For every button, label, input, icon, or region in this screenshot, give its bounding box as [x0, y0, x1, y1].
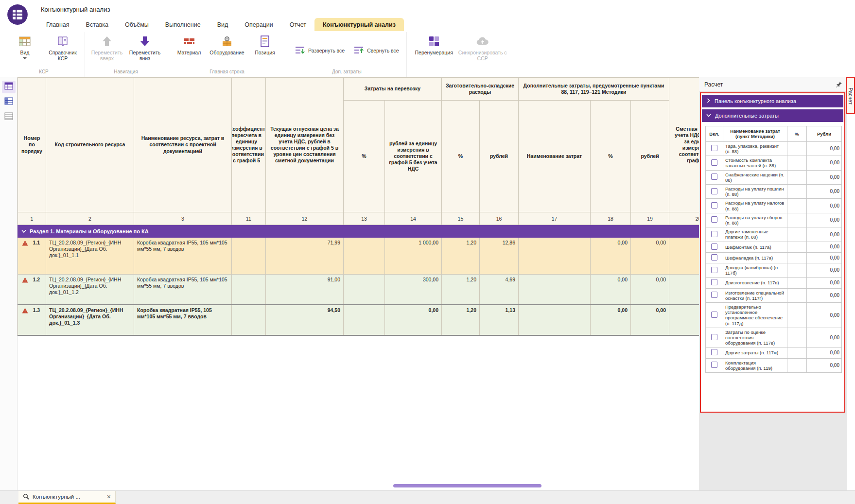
ribbon-tab-vypolnenie[interactable]: Выполнение [157, 18, 209, 31]
view-button[interactable]: Вид [6, 32, 44, 59]
calculation-side-tab[interactable]: Расчет [846, 77, 855, 114]
ribbon-tab-obyomy[interactable]: Объёмы [117, 18, 157, 31]
cost-name-cell[interactable]: Расходы на уплату налогов (п. 88) [723, 199, 787, 213]
zsr-rub-cell[interactable]: 12,86 [480, 238, 519, 275]
checkbox-icon[interactable] [711, 231, 717, 237]
cost-rub-cell[interactable]: 0,00 [807, 263, 842, 278]
cost-pct-cell[interactable] [787, 199, 807, 213]
sidebar-view-button-list[interactable] [2, 111, 16, 123]
estimate-price-cell[interactable] [669, 275, 699, 305]
transport-pct-cell[interactable] [344, 305, 385, 335]
cost-include-cell[interactable] [706, 288, 723, 302]
cost-include-cell[interactable] [706, 170, 723, 184]
pin-icon[interactable] [836, 81, 842, 88]
ribbon-tab-otchet[interactable]: Отчет [281, 18, 314, 31]
cost-include-cell[interactable] [706, 328, 723, 348]
cost-pct-cell[interactable] [787, 288, 807, 302]
ribbon-tab-vid[interactable]: Вид [209, 18, 237, 31]
resource-name-cell[interactable]: Коробка квадратная IP55, 105 мм*105 мм*5… [134, 238, 232, 275]
cost-name-cell[interactable]: Затраты по оценке соответствия оборудова… [723, 328, 787, 348]
cost-pct-cell[interactable] [787, 156, 807, 170]
cost-include-cell[interactable] [706, 213, 723, 227]
cost-rub-cell[interactable]: 0,00 [807, 156, 842, 170]
checkbox-icon[interactable] [711, 279, 717, 285]
checkbox-icon[interactable] [711, 188, 717, 194]
checkbox-icon[interactable] [711, 202, 717, 209]
zsr-rub-cell[interactable]: 4,69 [480, 275, 519, 305]
cost-include-cell[interactable] [706, 278, 723, 288]
cost-name-cell[interactable]: Другие таможенные платежи (п. 88) [723, 227, 787, 242]
cost-rub-cell[interactable]: 0,00 [807, 227, 842, 242]
estimate-price-cell[interactable] [669, 305, 699, 335]
resource-name-cell[interactable]: Коробка квадратная IP55, 105 мм*105 мм*5… [134, 275, 232, 305]
row-number-cell[interactable]: 1.2 [18, 275, 46, 305]
cost-name-cell[interactable]: Снабженческие наценки (п. 88) [723, 170, 787, 184]
transport-rub-cell[interactable]: 300,00 [385, 275, 442, 305]
cost-include-cell[interactable] [706, 141, 723, 156]
cost-rub-cell[interactable]: 0,00 [807, 328, 842, 348]
cost-include-cell[interactable] [706, 185, 723, 199]
cost-rub-cell[interactable]: 0,00 [807, 242, 842, 252]
sync-ssr-button[interactable]: Синхронизировать с ССР [458, 32, 507, 62]
cost-include-cell[interactable] [706, 252, 723, 263]
row-number-cell[interactable]: 1.3 [18, 305, 46, 335]
checkbox-icon[interactable] [711, 243, 717, 250]
cost-name-cell[interactable]: Стоимость комплекта запасных частей (п. … [723, 156, 787, 170]
estimate-price-cell[interactable] [669, 238, 699, 275]
cost-pct-cell[interactable] [787, 213, 807, 227]
cost-rub-cell[interactable]: 0,00 [807, 348, 842, 358]
coefficient-cell[interactable] [232, 305, 266, 335]
horizontal-scrollbar[interactable] [17, 484, 699, 488]
add-name-cell[interactable] [519, 238, 591, 275]
checkbox-icon[interactable] [711, 312, 717, 318]
cost-rub-cell[interactable]: 0,00 [807, 185, 842, 199]
zsr-pct-cell[interactable]: 1,20 [442, 238, 480, 275]
cost-pct-cell[interactable] [787, 358, 807, 372]
cost-pct-cell[interactable] [787, 303, 807, 328]
cost-name-cell[interactable]: Изготовление специальной оснастки (п. 11… [723, 288, 787, 302]
add-pct-cell[interactable]: 0,00 [591, 238, 631, 275]
cost-include-cell[interactable] [706, 358, 723, 372]
ribbon-tab-vstavka[interactable]: Вставка [78, 18, 117, 31]
cost-include-cell[interactable] [706, 227, 723, 242]
collapse-all-button[interactable]: Свернуть все [349, 39, 403, 62]
cost-name-cell[interactable]: Шефналадка (п. 117а) [723, 252, 787, 263]
horizontal-scrollbar-thumb[interactable] [393, 484, 541, 487]
cost-name-cell[interactable]: Комплектация оборудования (п. 119) [723, 358, 787, 372]
add-rub-cell[interactable]: 0,00 [631, 275, 669, 305]
cost-include-cell[interactable] [706, 242, 723, 252]
resource-code-cell[interactable]: ТЦ_20.2.08.09_{Регион}_{ИНН Организации}… [46, 305, 134, 335]
material-button[interactable]: Материал [170, 32, 208, 55]
resource-name-cell[interactable]: Коробка квадратная IP55, 105 мм*105 мм*5… [134, 305, 232, 335]
cost-pct-cell[interactable] [787, 328, 807, 348]
move-up-button[interactable]: Переместить вверх [88, 32, 126, 62]
resource-code-cell[interactable]: ТЦ_20.2.08.09_{Регион}_{ИНН Организации}… [46, 238, 134, 275]
accordion-additional-costs[interactable]: Дополнительные затраты [702, 109, 843, 122]
current-price-cell[interactable]: 71,99 [266, 238, 344, 275]
renumber-button[interactable]: Перенумерация [410, 32, 458, 55]
checkbox-icon[interactable] [711, 362, 717, 368]
add-rub-cell[interactable]: 0,00 [631, 305, 669, 335]
checkbox-icon[interactable] [711, 159, 717, 166]
transport-rub-cell[interactable]: 0,00 [385, 305, 442, 335]
cost-name-cell[interactable]: Доизготовление (п. 117в) [723, 278, 787, 288]
cost-name-cell[interactable]: Расходы на уплату пошлин (п. 88) [723, 185, 787, 199]
move-down-button[interactable]: Переместить вниз [126, 32, 164, 62]
row-number-cell[interactable]: 1.1 [18, 238, 46, 275]
add-pct-cell[interactable]: 0,00 [591, 305, 631, 335]
checkbox-icon[interactable] [711, 254, 717, 261]
transport-pct-cell[interactable] [344, 275, 385, 305]
add-rub-cell[interactable]: 0,00 [631, 238, 669, 275]
cost-rub-cell[interactable]: 0,00 [807, 252, 842, 263]
cost-name-cell[interactable]: Другие затраты (п. 117ж) [723, 348, 787, 358]
ribbon-tab-glavnaya[interactable]: Главная [38, 18, 78, 31]
cost-include-cell[interactable] [706, 303, 723, 328]
transport-pct-cell[interactable] [344, 238, 385, 275]
cost-name-cell[interactable]: Тара, упаковка, реквизит (п. 88) [723, 141, 787, 156]
cost-name-cell[interactable]: Шефмонтаж (п. 117а) [723, 242, 787, 252]
checkbox-icon[interactable] [711, 349, 717, 355]
checkbox-icon[interactable] [711, 216, 717, 223]
sidebar-view-button-structure[interactable] [2, 96, 16, 108]
zsr-rub-cell[interactable]: 1,13 [480, 305, 519, 335]
checkbox-icon[interactable] [711, 267, 717, 273]
